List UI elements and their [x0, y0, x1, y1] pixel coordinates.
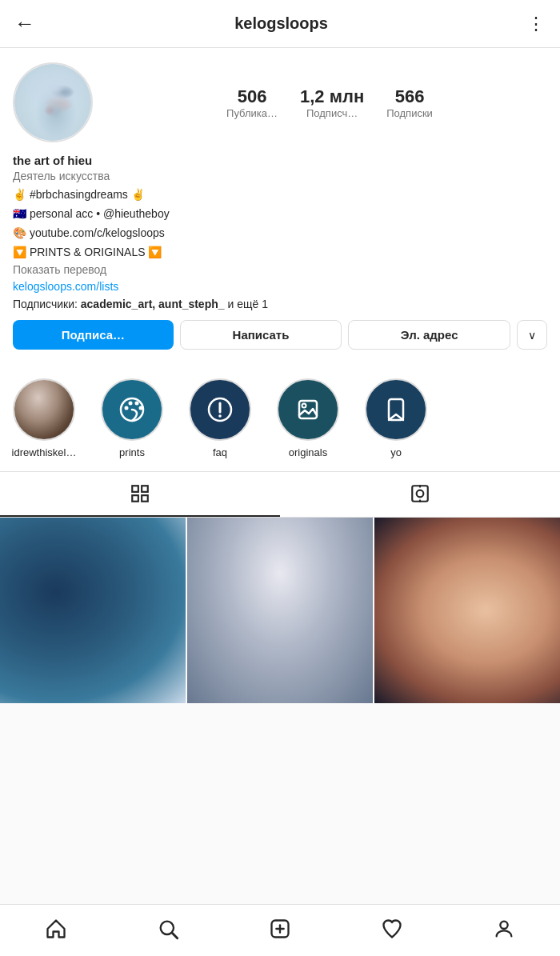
avatar[interactable]	[13, 62, 93, 142]
posts-label: Публика…	[226, 107, 278, 119]
highlight-prints[interactable]: prints	[88, 378, 176, 458]
highlight-label-faq: faq	[213, 446, 227, 458]
svg-point-1	[125, 406, 129, 410]
svg-point-9	[302, 404, 306, 408]
highlight-circle-yo	[365, 378, 427, 441]
bookmark-icon	[379, 393, 413, 426]
posts-count: 506	[238, 86, 267, 107]
svg-rect-14	[142, 495, 148, 502]
highlight-circle-faq	[189, 378, 251, 441]
tab-tagged[interactable]	[280, 472, 560, 517]
svg-rect-15	[412, 486, 428, 502]
highlight-label-idrewthiskel: idrewthiskel…	[12, 446, 77, 458]
nav-heart-button[interactable]	[372, 913, 412, 945]
back-button[interactable]: ←	[14, 11, 35, 36]
highlight-faq[interactable]: faq	[176, 378, 264, 458]
heart-icon	[381, 918, 403, 940]
highlights-row: idrewthiskel… prints	[0, 370, 560, 472]
bio-name: the art of hieu	[13, 154, 547, 167]
highlight-circle-idrewthiskel	[13, 378, 75, 441]
message-button[interactable]: Написать	[180, 320, 342, 350]
grid-icon	[130, 483, 150, 504]
posts-stat[interactable]: 506 Публика…	[226, 86, 278, 119]
search-icon	[157, 918, 179, 940]
grid-image-3	[374, 518, 560, 703]
exclamation-icon	[203, 393, 237, 426]
highlight-idrewthiskel[interactable]: idrewthiskel…	[0, 378, 88, 458]
photo-grid	[0, 518, 560, 703]
svg-point-7	[218, 414, 222, 418]
profile-section: 506 Публика… 1,2 млн Подписч… 566 Подпис…	[0, 48, 560, 370]
highlight-circle-originals	[277, 378, 339, 441]
stats-row: 506 Публика… 1,2 млн Подписч… 566 Подпис…	[112, 86, 547, 119]
followers-stat[interactable]: 1,2 млн Подписч…	[300, 86, 364, 119]
tabs-row	[0, 472, 560, 518]
nav-add-button[interactable]	[260, 913, 300, 945]
followers-count: 1,2 млн	[300, 86, 364, 107]
following-stat[interactable]: 566 Подписки	[386, 86, 433, 119]
svg-point-3	[135, 402, 139, 406]
image-frame-icon	[291, 393, 325, 426]
bio-line-2: 🇦🇺 personal acc • @hieutheboy	[13, 206, 547, 222]
highlight-label-prints: prints	[119, 446, 145, 458]
bio-line-1: ✌️ #brbchasingdreams ✌️	[13, 186, 547, 203]
nav-home-button[interactable]	[36, 913, 76, 945]
following-label: Подписки	[386, 107, 433, 119]
action-buttons: Подписа… Написать Эл. адрес ∨	[13, 320, 547, 350]
bottom-nav	[0, 904, 560, 956]
palette-icon	[115, 393, 149, 426]
tab-grid[interactable]	[0, 472, 280, 517]
svg-point-16	[417, 490, 424, 498]
svg-line-20	[172, 933, 177, 938]
highlight-yo[interactable]: yo	[352, 378, 440, 458]
bio-section: the art of hieu Деятель искусства ✌️ #br…	[13, 154, 547, 310]
top-bar: ← kelogsloops ⋮	[0, 0, 560, 48]
nav-search-button[interactable]	[148, 913, 188, 945]
following-count: 566	[395, 86, 425, 107]
highlight-circle-prints	[101, 378, 163, 441]
email-button[interactable]: Эл. адрес	[348, 320, 510, 350]
website-link[interactable]: kelogsloops.com/lists	[13, 280, 547, 293]
profile-username: kelogsloops	[234, 14, 328, 33]
svg-rect-11	[132, 486, 138, 492]
grid-cell-3[interactable]	[374, 518, 560, 703]
bio-category: Деятель искусства	[13, 170, 547, 182]
svg-point-24	[500, 922, 507, 929]
tagged-icon	[410, 483, 430, 504]
nav-profile-button[interactable]	[484, 913, 524, 945]
highlight-label-yo: yo	[390, 446, 402, 458]
svg-rect-10	[389, 399, 403, 420]
bio-line-3: 🎨 youtube.com/c/kelogsloops	[13, 225, 547, 242]
grid-image-1	[0, 518, 186, 703]
bio-line-4: 🔽 PRINTS & ORIGINALS 🔽	[13, 244, 547, 261]
highlight-label-originals: originals	[289, 446, 327, 458]
more-options-button[interactable]: ⋮	[527, 14, 546, 34]
avatar-image	[14, 64, 91, 141]
highlight-originals[interactable]: originals	[264, 378, 352, 458]
grid-image-2	[187, 518, 373, 703]
grid-cell-1[interactable]	[0, 518, 186, 703]
mutual-followers: Подписчики: academic_art, aunt_steph_ и …	[13, 298, 547, 310]
dropdown-button[interactable]: ∨	[517, 320, 547, 350]
follow-button[interactable]: Подписа…	[13, 320, 174, 350]
show-translation-button[interactable]: Показать перевод	[13, 263, 547, 276]
svg-point-2	[129, 402, 133, 406]
profile-top: 506 Публика… 1,2 млн Подписч… 566 Подпис…	[13, 62, 547, 142]
grid-cell-2[interactable]	[187, 518, 373, 703]
followers-label: Подписч…	[306, 107, 358, 119]
home-icon	[45, 918, 67, 940]
add-icon	[269, 918, 291, 940]
svg-rect-12	[142, 486, 148, 492]
svg-point-4	[139, 406, 143, 410]
svg-rect-13	[132, 495, 138, 502]
profile-icon	[493, 918, 515, 940]
